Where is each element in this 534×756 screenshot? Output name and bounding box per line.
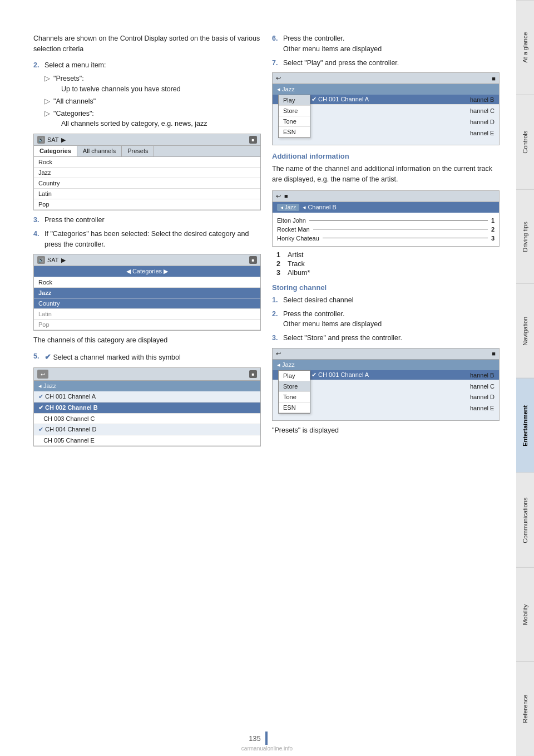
check-icon: ✔ <box>44 351 51 363</box>
ch003-row: CH 003 Channel C <box>34 414 260 424</box>
additional-info-body: The name of the channel and additional i… <box>272 164 500 185</box>
step-6: 6. Press the controller. Other menu item… <box>272 33 500 55</box>
step-4-text: If "Categories" has been selected: Selec… <box>44 229 261 250</box>
info-line-2 <box>313 229 488 229</box>
play-menu-esn[interactable]: ESN <box>279 127 310 138</box>
storing-step-2-sub: Other menu items are displayed <box>283 320 382 328</box>
legend-item-1: 1 Artist <box>276 251 500 259</box>
step-2: 2. Select a menu item: <box>33 60 261 71</box>
store-menu-store[interactable]: Store <box>279 381 310 392</box>
play-ch-c: hannel C <box>470 106 495 117</box>
info-row-honky: Honky Chateau 3 <box>277 234 495 243</box>
page-bar <box>265 732 268 745</box>
store-menu-overlay: Play Store Tone ESN <box>278 370 310 414</box>
storing-step-2-num: 2. <box>272 309 280 330</box>
mockup2-categories-row: ◀ Categories ▶ <box>34 266 260 277</box>
info-track-name: Rocket Man <box>277 226 310 233</box>
sidebar-tab-controls[interactable]: Controls <box>516 95 534 189</box>
bullet-presets-sub: Up to twelve channels you have stored <box>61 85 181 93</box>
step-7: 7. Select "Play" and press the controlle… <box>272 58 500 68</box>
step-5: 5. ✔ Select a channel marked with this s… <box>33 351 261 363</box>
mockup-play-overlay: ↩ ■ ◂ Jazz ✔ CH 001 Channel A Play Store… <box>272 72 500 145</box>
info-row-rocket: Rocket Man 2 <box>277 225 495 234</box>
step-2-text: Select a menu item: <box>44 60 261 71</box>
info-album-name: Honky Chateau <box>277 235 319 242</box>
tab-categories[interactable]: Categories <box>34 146 77 156</box>
play-menu-store[interactable]: Store <box>279 106 310 116</box>
caption-presets-displayed: "Presets" is displayed <box>272 425 500 436</box>
mockup2-latin: Latin <box>34 309 260 320</box>
list-pop: Pop <box>34 199 260 210</box>
play-jazz-row: ◂ Jazz <box>273 84 499 95</box>
bullet-arrow-2: ▷ <box>44 96 50 107</box>
step-4: 4. If "Categories" has been selected: Se… <box>33 229 261 250</box>
legend-num-2: 2 <box>276 260 284 268</box>
storing-step-1: 1. Select desired channel <box>272 295 500 306</box>
store-ch-e: hannel E <box>470 403 495 414</box>
sidebar-tab-communications[interactable]: Communications <box>516 473 534 567</box>
storing-step-2: 2. Press the controller. Other menu item… <box>272 309 500 330</box>
mockup3-jazz-label: ◂ Jazz <box>34 381 260 391</box>
mockup2-arrow: ▶ <box>61 257 66 264</box>
storing-step-1-num: 1. <box>272 295 280 306</box>
sidebar-tab-entertainment[interactable]: Entertainment <box>516 378 534 473</box>
step-3-number: 3. <box>33 215 41 225</box>
mockup-store-overlay: ↩ ■ ◂ Jazz ✔ CH 001 Channel A Play Store… <box>272 348 500 421</box>
play-ch-e: hannel E <box>470 128 495 139</box>
mockup-channel-info: ↩ ■ ◂ Jazz ◂ Channel B Elton John 1 Rock… <box>272 190 500 247</box>
ch001-row: ✔ CH 001 Channel A <box>34 391 260 402</box>
legend-label-2: Track <box>288 260 305 268</box>
bullet-allchannels: ▷ "All channels" <box>44 96 261 107</box>
store-menu-tone[interactable]: Tone <box>279 392 310 402</box>
store-ch-d: hannel D <box>470 392 495 403</box>
tab-allchannels[interactable]: All channels <box>77 146 122 156</box>
mockup2-title: SAT <box>47 257 59 263</box>
legend-items: 1 Artist 2 Track 3 Album* <box>276 251 500 277</box>
step-5-text: ✔ Select a channel marked with this symb… <box>44 351 261 363</box>
bullet-presets: ▷ "Presets":Up to twelve channels you ha… <box>44 73 261 95</box>
store-menu-esn[interactable]: ESN <box>279 402 310 413</box>
store-menu-play[interactable]: Play <box>279 371 310 381</box>
sidebar-tab-at-a-glance[interactable]: At a glance <box>516 0 534 95</box>
step-5-number: 5. <box>33 351 41 363</box>
mockup1-title: SAT <box>47 136 59 143</box>
sidebar-tab-reference[interactable]: Reference <box>516 661 534 756</box>
intro-text: Channels are shown on the Control Displa… <box>33 33 261 55</box>
watermark: carmanualonline.info <box>241 745 293 752</box>
page-number-area: 135 <box>0 732 516 745</box>
main-content: Channels are shown on the Control Displa… <box>0 0 516 468</box>
step-3: 3. Press the controller <box>33 215 261 225</box>
bullet-arrow-1: ▷ <box>44 73 50 95</box>
mockup-play-titlebar: ↩ ■ <box>273 73 499 84</box>
storing-step-3-num: 3. <box>272 333 280 343</box>
tab-presets[interactable]: Presets <box>122 146 154 156</box>
step-7-number: 7. <box>272 58 280 68</box>
play-menu-play[interactable]: Play <box>279 95 310 106</box>
info-line-3 <box>323 238 488 238</box>
info-back-btn: ↩ <box>276 193 281 200</box>
mockup2-jazz: Jazz <box>34 288 260 298</box>
bullet-arrow-3: ▷ <box>44 109 50 130</box>
play-menu-tone[interactable]: Tone <box>279 116 310 127</box>
storing-step-3-text: Select "Store" and press the controller. <box>283 333 500 343</box>
store-back-btn: ↩ <box>276 350 281 357</box>
info-channel-badge: ◂ Channel B <box>303 204 336 211</box>
mockup2-titlebar: 🔊 SAT ▶ ■ <box>34 254 260 266</box>
mockup1-titlebar: 🔊 SAT ▶ ■ <box>34 134 260 146</box>
mockup-store-titlebar: ↩ ■ <box>273 348 499 360</box>
store-ch-b: hannel B <box>470 370 495 381</box>
sidebar-tab-navigation[interactable]: Navigation <box>516 283 534 378</box>
play-corner-icon: ■ <box>492 75 496 82</box>
mockup-channel-list: ↩ ■ ◂ Jazz ✔ CH 001 Channel A ✔ CH 002 C… <box>33 367 261 446</box>
sat-icon: 🔊 <box>37 136 45 144</box>
mockup3-back-btn: ↩ <box>37 370 48 379</box>
sidebar-tab-driving-tips[interactable]: Driving tips <box>516 189 534 284</box>
mockup2-sat-icon: 🔊 <box>37 256 45 264</box>
sidebar: At a glance Controls Driving tips Naviga… <box>516 0 534 756</box>
info-num-3: 3 <box>491 235 495 242</box>
step-3-text: Press the controller <box>44 215 261 225</box>
mockup1-arrow: ▶ <box>61 136 66 144</box>
legend-item-3: 3 Album* <box>276 269 500 277</box>
step-6-sub: Other menu items are displayed <box>283 45 382 53</box>
sidebar-tab-mobility[interactable]: Mobility <box>516 567 534 662</box>
